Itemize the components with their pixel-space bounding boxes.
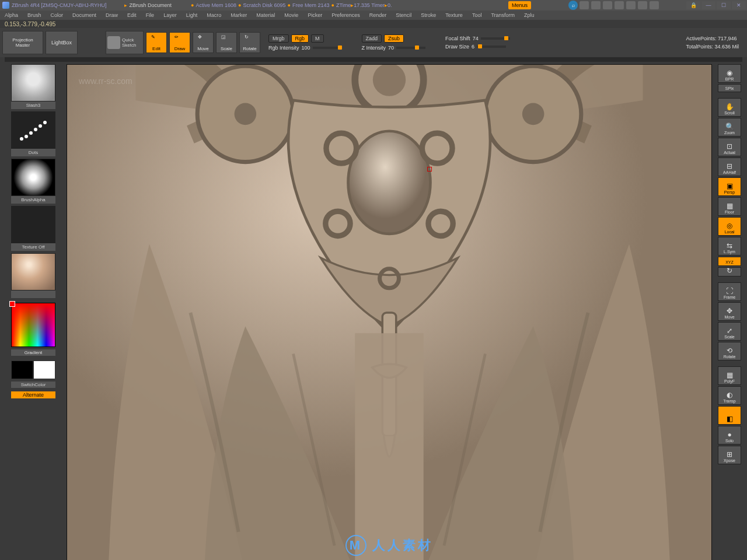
- quick-sketch-button[interactable]: Quick Sketch: [106, 31, 144, 54]
- local-button[interactable]: ◎Local: [718, 217, 741, 236]
- gradient-label[interactable]: Gradient: [11, 349, 55, 356]
- rot-snap-button[interactable]: ↻: [718, 267, 741, 276]
- menu-movie[interactable]: Movie: [282, 12, 301, 18]
- menu-edit[interactable]: Edit: [125, 12, 139, 18]
- main-area: Slash3 Dots BrushAlpha Texture Off Gradi…: [0, 62, 747, 560]
- globe-icon[interactable]: [603, 1, 612, 9]
- menu-brush[interactable]: Brush: [25, 12, 44, 18]
- rotate-mode-button[interactable]: ↻Rotate: [239, 32, 260, 53]
- minimize-icon[interactable]: —: [701, 1, 715, 9]
- menu-alpha[interactable]: Alpha: [2, 12, 20, 18]
- menu-draw[interactable]: Draw: [103, 12, 120, 18]
- frame-button[interactable]: ⛶Frame: [718, 282, 741, 301]
- ghost-button[interactable]: ◧: [718, 406, 741, 425]
- bolt-icon[interactable]: [615, 1, 624, 9]
- color-white-swatch[interactable]: [33, 360, 55, 379]
- persp-icon: ▣: [724, 182, 735, 190]
- maximize-icon[interactable]: ☐: [717, 1, 731, 9]
- stroke-selector[interactable]: Dots: [11, 111, 55, 156]
- search-icon[interactable]: ⌕: [568, 1, 578, 10]
- mrgb-button[interactable]: Mrgb: [268, 34, 289, 43]
- menu-picker[interactable]: Picker: [305, 12, 324, 18]
- menu-macro[interactable]: Macro: [204, 12, 224, 18]
- menu-light[interactable]: Light: [184, 12, 200, 18]
- menu-preferences[interactable]: Preferences: [329, 12, 362, 18]
- material-selector[interactable]: [11, 253, 55, 298]
- alpha-selector[interactable]: BrushAlpha: [11, 159, 55, 204]
- svg-point-5: [43, 121, 47, 124]
- menu-render[interactable]: Render: [367, 12, 389, 18]
- menu-stroke[interactable]: Stroke: [418, 12, 438, 18]
- bpr-icon: ◉: [724, 69, 735, 77]
- viewport-canvas[interactable]: www.rr-sc.com M 人人素材: [67, 64, 712, 560]
- move-mode-button[interactable]: ✥Move: [193, 32, 214, 53]
- svg-point-2: [29, 131, 33, 135]
- brush-selector[interactable]: Slash3: [11, 64, 55, 109]
- xyz-button[interactable]: XYZ: [718, 257, 741, 266]
- svg-point-10: [522, 103, 544, 125]
- menu-color[interactable]: Color: [48, 12, 66, 18]
- texture-selector[interactable]: Texture Off: [11, 206, 55, 251]
- scroll-button[interactable]: ✋Scroll: [718, 98, 741, 117]
- help-icon[interactable]: [638, 1, 647, 9]
- solo-button[interactable]: ●Solo: [718, 426, 741, 444]
- color-picker[interactable]: [11, 303, 55, 347]
- focal-shift-slider[interactable]: [481, 37, 510, 40]
- color-black-swatch[interactable]: [11, 360, 33, 379]
- bpr-button[interactable]: ◉BPR: [718, 64, 741, 83]
- transp-icon: ◐: [724, 391, 735, 399]
- spix-button[interactable]: SPix: [718, 84, 741, 92]
- m-button[interactable]: M: [311, 34, 324, 43]
- shelf-scrollbar[interactable]: [5, 57, 742, 62]
- menu-stencil[interactable]: Stencil: [393, 12, 414, 18]
- xpose-button[interactable]: ⊞Xpose: [718, 446, 741, 464]
- zoom-button[interactable]: 🔍Zoom: [718, 118, 741, 136]
- z-intensity-slider[interactable]: [396, 47, 425, 49]
- menu-layer[interactable]: Layer: [161, 12, 179, 18]
- persp-button[interactable]: ▣Persp: [718, 177, 741, 196]
- minimize-panel-icon[interactable]: [650, 1, 659, 9]
- menu-tool[interactable]: Tool: [470, 12, 484, 18]
- scale-icon: ◲: [221, 34, 232, 45]
- zsub-button[interactable]: Zsub: [384, 34, 404, 43]
- user-icon[interactable]: [580, 1, 589, 9]
- scale-view-button[interactable]: ⤢Scale: [718, 322, 741, 341]
- lightbox-button[interactable]: LightBox: [46, 31, 78, 54]
- draw-size-slider[interactable]: [477, 46, 506, 48]
- aahalf-button[interactable]: ⊟AAHalf: [718, 158, 741, 176]
- hand-icon: ✋: [724, 103, 735, 111]
- home-icon[interactable]: [591, 1, 601, 9]
- menus-button[interactable]: Menus: [508, 1, 531, 9]
- menu-zplugin[interactable]: Zplu: [522, 12, 537, 18]
- switch-color[interactable]: [11, 360, 55, 379]
- zadd-button[interactable]: Zadd: [362, 34, 382, 43]
- menu-marker[interactable]: Marker: [228, 12, 249, 18]
- polyf-button[interactable]: ▦PolyF: [718, 366, 741, 385]
- close-icon[interactable]: ✕: [732, 1, 746, 9]
- menu-document[interactable]: Document: [70, 12, 99, 18]
- menu-file[interactable]: File: [144, 12, 157, 18]
- menu-texture[interactable]: Texture: [443, 12, 465, 18]
- projection-master-button[interactable]: Projection Master: [2, 31, 43, 54]
- rgb-button[interactable]: Rgb: [291, 34, 309, 43]
- scale-mode-button[interactable]: ◲Scale: [216, 32, 237, 53]
- titlebar: ZBrush 4R4 [ZMSQ-CMJY-ABHJ-RYHU] ▸ ZBrus…: [0, 0, 747, 10]
- menu-transform[interactable]: Transform: [488, 12, 517, 18]
- rgb-intensity-slider[interactable]: [313, 47, 342, 49]
- foreground-color-swatch[interactable]: [9, 301, 15, 307]
- menu-material[interactable]: Material: [254, 12, 277, 18]
- rotate-view-button[interactable]: ⟲Rotate: [718, 342, 741, 360]
- lock-window-icon[interactable]: 🔒: [686, 1, 700, 9]
- lsym-button[interactable]: ⇆L.Sym: [718, 237, 741, 256]
- edit-mode-button[interactable]: ✎Edit: [146, 32, 167, 53]
- draw-mode-button[interactable]: ✏Draw: [169, 32, 190, 53]
- alternate-button[interactable]: Alternate: [11, 391, 55, 398]
- titlebar-tray: ⌕: [568, 1, 659, 10]
- svg-point-4: [39, 124, 42, 128]
- floor-button[interactable]: ▦Floor: [718, 197, 741, 216]
- actual-button[interactable]: ⊡Actual: [718, 138, 741, 156]
- move-view-button[interactable]: ✥Move: [718, 302, 741, 321]
- transp-button[interactable]: ◐Transp: [718, 386, 741, 405]
- lock-icon[interactable]: [626, 1, 636, 9]
- watermark-url: www.rr-sc.com: [79, 76, 132, 86]
